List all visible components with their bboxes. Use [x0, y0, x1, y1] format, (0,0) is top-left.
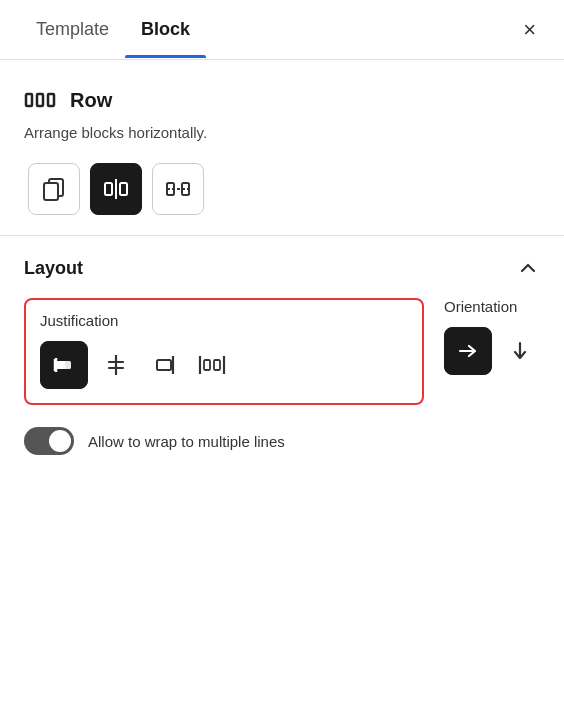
justification-group: Justification — [24, 298, 424, 405]
justify-right-button[interactable] — [144, 341, 184, 389]
toggle-slider — [24, 427, 74, 455]
orient-vertical-button[interactable] — [500, 327, 540, 375]
block-title: Row — [70, 89, 112, 112]
wrap-toggle-row: Allow to wrap to multiple lines — [24, 427, 540, 455]
wrap-label: Allow to wrap to multiple lines — [88, 433, 285, 450]
block-description: Arrange blocks horizontally. — [24, 124, 540, 141]
justify-left-button[interactable] — [40, 341, 88, 389]
svg-rect-27 — [204, 360, 210, 370]
tab-block[interactable]: Block — [125, 1, 206, 58]
header: Template Block × — [0, 0, 564, 60]
justify-center-button[interactable] — [96, 341, 136, 389]
block-row-stretch-button[interactable] — [152, 163, 204, 215]
justification-label: Justification — [40, 312, 408, 329]
svg-rect-28 — [214, 360, 220, 370]
close-button[interactable]: × — [515, 15, 544, 45]
block-header: Row — [24, 84, 540, 116]
layout-title: Layout — [24, 258, 83, 279]
svg-rect-1 — [37, 94, 43, 106]
orientation-icons — [444, 327, 540, 375]
layout-header: Layout — [24, 256, 540, 280]
orientation-group: Orientation — [444, 298, 540, 405]
svg-rect-5 — [105, 183, 112, 195]
block-row-center-button[interactable] — [90, 163, 142, 215]
orientation-label: Orientation — [444, 298, 540, 315]
wrap-toggle[interactable] — [24, 427, 74, 455]
justification-icons — [40, 341, 408, 389]
layout-collapse-button[interactable] — [516, 256, 540, 280]
svg-rect-18 — [57, 361, 71, 369]
svg-rect-23 — [157, 360, 171, 370]
orient-horizontal-button[interactable] — [444, 327, 492, 375]
svg-rect-6 — [120, 183, 127, 195]
block-type-icons — [28, 163, 540, 215]
controls-row: Justification — [24, 298, 540, 405]
svg-rect-2 — [48, 94, 54, 106]
tab-template[interactable]: Template — [20, 1, 125, 58]
svg-rect-4 — [44, 183, 58, 200]
block-section: Row Arrange blocks horizontally. — [0, 60, 564, 236]
row-block-icon — [24, 84, 56, 116]
layout-section: Layout Justification — [0, 236, 564, 479]
justify-space-between-button[interactable] — [192, 341, 232, 389]
block-copy-button[interactable] — [28, 163, 80, 215]
svg-rect-0 — [26, 94, 32, 106]
